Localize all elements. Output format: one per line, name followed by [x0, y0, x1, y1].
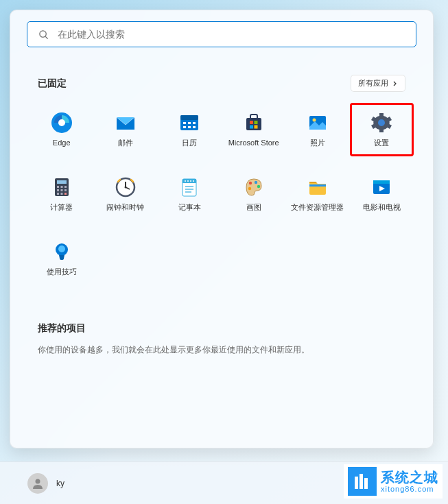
svg-rect-26: [57, 189, 59, 191]
search-input[interactable]: [58, 29, 406, 40]
svg-line-1: [45, 36, 47, 38]
svg-point-19: [312, 119, 316, 122]
svg-rect-56: [359, 474, 363, 489]
app-notepad[interactable]: 记事本: [158, 167, 222, 221]
edge-icon: [50, 111, 73, 134]
svg-rect-13: [246, 118, 261, 130]
svg-rect-23: [57, 186, 59, 188]
svg-rect-12: [193, 126, 196, 128]
calculator-icon: [50, 176, 73, 199]
svg-point-54: [36, 479, 40, 483]
watermark-title: 系统之城: [381, 470, 438, 485]
movies-icon: [370, 176, 393, 199]
start-menu-panel: 已固定 所有应用 Edge 邮件 日历: [10, 10, 434, 448]
all-apps-button[interactable]: 所有应用: [351, 75, 405, 92]
svg-rect-27: [60, 189, 62, 191]
avatar-icon: [27, 473, 48, 494]
svg-point-42: [187, 180, 189, 182]
watermark-logo-icon: [348, 467, 377, 496]
recommended-description: 你使用的设备越多，我们就会在此处显示更多你最近使用的文件和新应用。: [38, 344, 405, 356]
store-icon: [242, 111, 266, 134]
app-label: 邮件: [118, 139, 133, 147]
watermark-text: 系统之城 xitong86.com: [381, 470, 438, 493]
svg-point-46: [254, 181, 257, 184]
app-label: 日历: [182, 139, 197, 147]
app-tips[interactable]: 使用技巧: [30, 232, 93, 285]
svg-rect-7: [183, 122, 186, 124]
svg-rect-9: [193, 122, 196, 124]
app-label: 照片: [310, 139, 325, 147]
svg-point-47: [257, 185, 259, 188]
svg-rect-25: [64, 186, 67, 188]
svg-rect-8: [188, 122, 191, 124]
svg-point-53: [58, 245, 65, 252]
tips-icon: [50, 240, 73, 263]
svg-rect-31: [64, 193, 67, 195]
app-label: Microsoft Store: [228, 139, 279, 147]
svg-point-20: [378, 119, 385, 126]
svg-point-45: [248, 182, 251, 184]
all-apps-label: 所有应用: [358, 78, 388, 88]
explorer-icon: [306, 176, 329, 199]
notepad-icon: [178, 176, 201, 199]
app-label: 闹钟和时钟: [106, 203, 144, 212]
photos-icon: [306, 111, 329, 134]
svg-rect-10: [183, 126, 186, 128]
svg-rect-16: [250, 125, 253, 129]
app-label: 计算器: [50, 203, 73, 212]
svg-rect-14: [250, 121, 253, 124]
svg-rect-51: [373, 180, 390, 184]
app-label: 文件资源管理器: [291, 203, 344, 212]
app-mail[interactable]: 邮件: [93, 103, 157, 156]
pinned-title: 已固定: [38, 77, 67, 90]
mail-icon: [114, 111, 137, 134]
watermark-url: xitong86.com: [381, 485, 438, 493]
user-profile-button[interactable]: ky: [27, 473, 64, 494]
app-edge[interactable]: Edge: [30, 103, 93, 156]
app-label: 电影和电视: [363, 203, 401, 212]
calendar-icon: [178, 111, 201, 134]
app-label: Edge: [53, 139, 71, 147]
recommended-section: 推荐的项目 你使用的设备越多，我们就会在此处显示更多你最近使用的文件和新应用。: [10, 288, 433, 363]
clock-icon: [114, 176, 137, 199]
svg-rect-11: [188, 126, 191, 128]
svg-rect-57: [364, 478, 368, 489]
svg-point-41: [185, 180, 186, 182]
svg-point-44: [193, 180, 194, 182]
settings-icon: [370, 111, 393, 134]
app-label: 画图: [246, 203, 261, 212]
search-icon: [37, 28, 49, 40]
svg-point-3: [58, 119, 65, 126]
svg-rect-6: [180, 115, 198, 120]
app-settings[interactable]: 设置: [350, 103, 414, 156]
svg-rect-22: [57, 180, 67, 184]
app-calendar[interactable]: 日历: [158, 103, 222, 156]
watermark: 系统之城 xitong86.com: [344, 464, 443, 499]
svg-point-43: [190, 180, 191, 182]
app-label: 设置: [374, 139, 389, 147]
svg-rect-17: [254, 125, 257, 129]
chevron-right-icon: [392, 80, 398, 88]
app-microsoft-store[interactable]: Microsoft Store: [222, 103, 285, 156]
pinned-apps-grid: Edge 邮件 日历 Microsoft Store 照片: [10, 100, 433, 288]
svg-rect-29: [57, 193, 59, 195]
app-clock[interactable]: 闹钟和时钟: [93, 167, 157, 221]
app-calculator[interactable]: 计算器: [30, 167, 93, 221]
svg-rect-55: [355, 477, 358, 489]
search-bar[interactable]: [27, 21, 416, 47]
app-label: 使用技巧: [47, 267, 77, 276]
svg-point-0: [39, 30, 45, 36]
svg-rect-49: [309, 184, 326, 187]
app-file-explorer[interactable]: 文件资源管理器: [285, 167, 349, 221]
recommended-title: 推荐的项目: [38, 322, 405, 335]
username-label: ky: [56, 479, 64, 488]
svg-rect-28: [64, 189, 67, 191]
paint-icon: [242, 176, 266, 199]
app-movies-tv[interactable]: 电影和电视: [350, 167, 414, 221]
app-photos[interactable]: 照片: [285, 103, 349, 156]
svg-point-48: [248, 187, 250, 190]
pinned-header: 已固定 所有应用: [10, 58, 433, 100]
app-paint[interactable]: 画图: [222, 167, 285, 221]
svg-rect-24: [60, 186, 62, 188]
app-label: 记事本: [178, 203, 201, 212]
